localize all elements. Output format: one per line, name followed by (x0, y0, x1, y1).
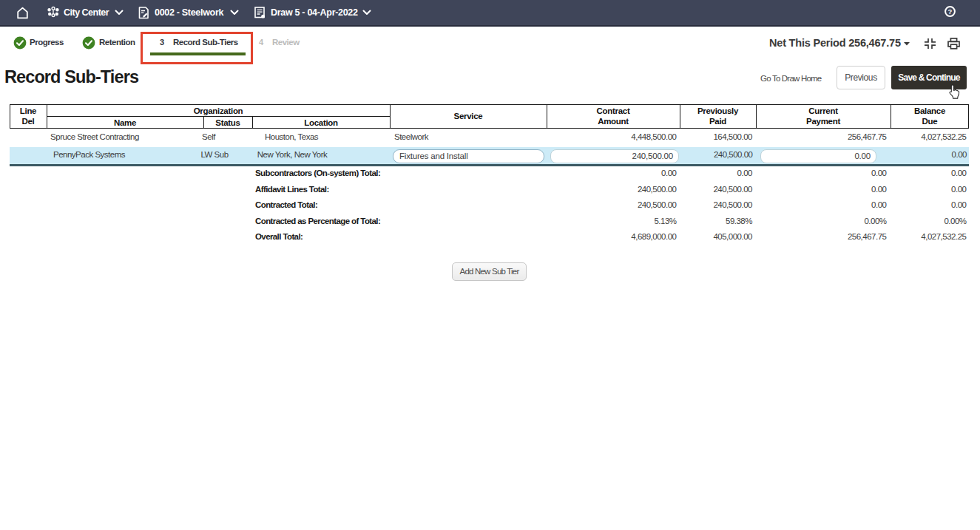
svg-text:?: ? (948, 7, 953, 16)
